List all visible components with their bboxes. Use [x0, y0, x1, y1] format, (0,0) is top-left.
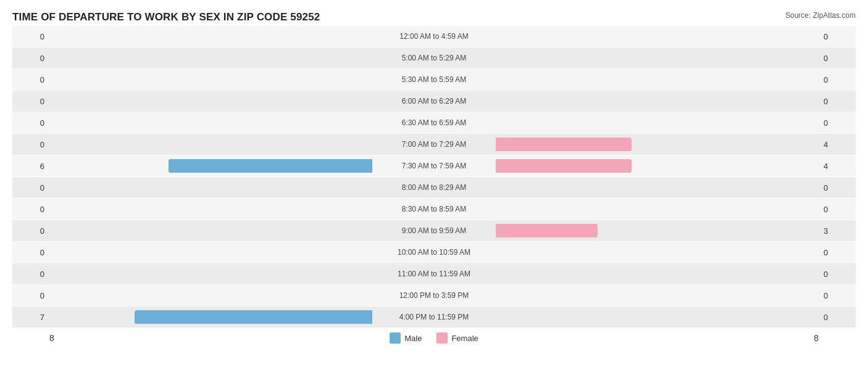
- left-value: 0: [12, 226, 49, 236]
- time-label: 12:00 AM to 4:59 AM: [372, 32, 496, 41]
- female-bar-area: [496, 94, 819, 108]
- male-bar-area: [49, 202, 372, 216]
- left-value: 0: [12, 32, 49, 41]
- bars-wrapper: 4:00 PM to 11:59 PM: [49, 307, 819, 328]
- bars-wrapper: 8:30 AM to 8:59 AM: [49, 199, 819, 220]
- left-value: 0: [12, 140, 49, 149]
- bar-row: 6 7:30 AM to 7:59 AM 4: [12, 155, 856, 176]
- time-label: 9:00 AM to 9:59 AM: [372, 226, 496, 235]
- left-value: 0: [12, 97, 49, 106]
- left-value: 0: [12, 118, 49, 128]
- female-bar-area: [496, 138, 819, 151]
- left-value: 0: [12, 75, 49, 85]
- bars-wrapper: 7:00 AM to 7:29 AM: [49, 134, 819, 155]
- male-bar-area: [49, 73, 372, 86]
- legend-male: Male: [390, 332, 422, 344]
- female-bar-area: [496, 181, 819, 194]
- time-label: 6:30 AM to 6:59 AM: [372, 118, 496, 127]
- male-bar-area: [49, 245, 372, 259]
- right-value: 0: [819, 248, 856, 257]
- male-legend-box: [390, 332, 401, 344]
- time-label: 12:00 PM to 3:59 PM: [372, 291, 496, 300]
- left-value: 7: [12, 313, 49, 322]
- bar-row: 0 9:00 AM to 9:59 AM 3: [12, 220, 856, 241]
- female-bar: [496, 159, 632, 173]
- right-value: 0: [819, 54, 856, 63]
- left-value: 0: [12, 270, 49, 279]
- male-bar-area: [49, 116, 372, 130]
- bottom-left-value: 8: [12, 333, 54, 343]
- female-bar-area: [496, 310, 819, 324]
- female-legend-label: Female: [451, 334, 478, 343]
- female-bar-area: [496, 116, 819, 130]
- female-bar-area: [496, 73, 819, 86]
- female-bar-area: [496, 30, 819, 43]
- time-label: 5:00 AM to 5:29 AM: [372, 54, 496, 62]
- bar-row: 0 5:30 AM to 5:59 AM 0: [12, 69, 856, 90]
- male-bar-area: [49, 224, 372, 237]
- left-value: 0: [12, 183, 49, 192]
- chart-title: TIME OF DEPARTURE TO WORK BY SEX IN ZIP …: [12, 11, 320, 23]
- female-bar-area: [496, 159, 819, 173]
- right-value: 0: [819, 75, 856, 85]
- male-bar-area: [49, 289, 372, 302]
- male-bar-area: [49, 138, 372, 151]
- left-value: 0: [12, 205, 49, 214]
- male-bar: [169, 159, 372, 173]
- right-value: 4: [819, 140, 856, 149]
- right-value: 0: [819, 291, 856, 300]
- bars-wrapper: 5:30 AM to 5:59 AM: [49, 69, 819, 90]
- bar-row: 0 5:00 AM to 5:29 AM 0: [12, 47, 856, 68]
- right-value: 0: [819, 205, 856, 214]
- bar-row: 0 10:00 AM to 10:59 AM 0: [12, 242, 856, 263]
- bars-wrapper: 12:00 PM to 3:59 PM: [49, 285, 819, 306]
- female-bar-area: [496, 267, 819, 281]
- male-bar-area: [49, 159, 372, 173]
- bottom-row: 8 Male Female 8: [12, 332, 856, 344]
- female-legend-box: [436, 332, 448, 344]
- time-label: 8:30 AM to 8:59 AM: [372, 205, 496, 213]
- left-value: 6: [12, 162, 49, 171]
- female-bar-area: [496, 51, 819, 65]
- bar-row: 0 6:30 AM to 6:59 AM 0: [12, 112, 856, 133]
- right-value: 0: [819, 183, 856, 192]
- female-bar: [496, 224, 598, 237]
- time-label: 4:00 PM to 11:59 PM: [372, 313, 496, 321]
- male-bar-area: [49, 310, 372, 324]
- bar-row: 0 12:00 AM to 4:59 AM 0: [12, 26, 856, 47]
- right-value: 0: [819, 97, 856, 106]
- right-value: 0: [819, 32, 856, 41]
- bars-wrapper: 6:00 AM to 6:29 AM: [49, 91, 819, 112]
- source-text: Source: ZipAtlas.com: [785, 11, 856, 20]
- left-value: 0: [12, 54, 49, 63]
- right-value: 0: [819, 270, 856, 279]
- bar-row: 0 11:00 AM to 11:59 AM 0: [12, 263, 856, 284]
- male-bar-area: [49, 51, 372, 65]
- male-bar-area: [49, 30, 372, 43]
- time-label: 7:00 AM to 7:29 AM: [372, 140, 496, 149]
- female-bar-area: [496, 202, 819, 216]
- right-value: 0: [819, 313, 856, 322]
- bars-wrapper: 5:00 AM to 5:29 AM: [49, 47, 819, 68]
- right-value: 0: [819, 118, 856, 128]
- female-bar-area: [496, 245, 819, 259]
- bar-row: 0 8:00 AM to 8:29 AM 0: [12, 177, 856, 198]
- female-bar-area: [496, 289, 819, 302]
- male-bar-area: [49, 267, 372, 281]
- right-value: 3: [819, 226, 856, 236]
- female-bar: [496, 138, 632, 151]
- bars-wrapper: 6:30 AM to 6:59 AM: [49, 112, 819, 133]
- legend: Male Female: [54, 332, 814, 344]
- bars-wrapper: 7:30 AM to 7:59 AM: [49, 155, 819, 176]
- male-bar-area: [49, 181, 372, 194]
- male-legend-label: Male: [404, 334, 422, 343]
- bar-row: 7 4:00 PM to 11:59 PM 0: [12, 307, 856, 328]
- bars-wrapper: 8:00 AM to 8:29 AM: [49, 177, 819, 198]
- bar-row: 0 12:00 PM to 3:59 PM 0: [12, 285, 856, 306]
- female-bar-area: [496, 224, 819, 237]
- time-label: 5:30 AM to 5:59 AM: [372, 75, 496, 84]
- left-value: 0: [12, 248, 49, 257]
- male-bar-area: [49, 94, 372, 108]
- time-label: 7:30 AM to 7:59 AM: [372, 162, 496, 170]
- bottom-right-value: 8: [814, 333, 856, 343]
